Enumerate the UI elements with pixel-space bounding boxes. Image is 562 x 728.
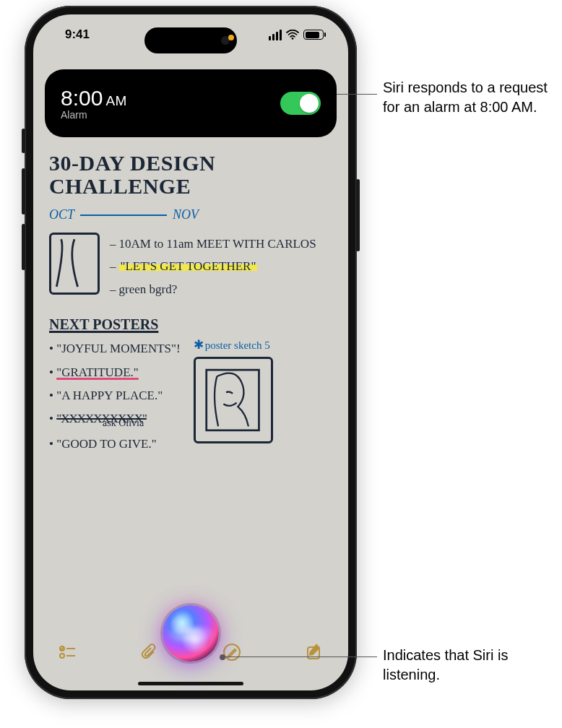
svg-point-4 <box>60 654 64 658</box>
home-indicator[interactable] <box>138 682 243 685</box>
timeline-end: NOV <box>173 207 199 222</box>
callout-bottom: Indicates that Siri is listening. <box>383 646 556 685</box>
timeline-line-icon <box>80 214 167 216</box>
note-bullet-1: –10AM to 11am MEET WITH CARLOS <box>110 233 316 255</box>
poster-item-1: • "JOYFUL MOMENTS"! <box>49 337 181 360</box>
volume-up-button <box>22 168 25 214</box>
sketch-box-1 <box>49 233 100 295</box>
note-title: 30-DAY DESIGN CHALLENGE <box>49 152 332 197</box>
alarm-time-value: 8:00 <box>61 86 103 110</box>
note-title-line2: CHALLENGE <box>49 175 332 198</box>
svg-point-0 <box>292 38 294 40</box>
cellular-icon <box>269 30 282 40</box>
note-bullet-2: –"LET'S GET TOGETHER" <box>110 255 316 277</box>
alarm-time: 8:00 AM <box>61 86 127 110</box>
note-bullet-3: –green bgrd? <box>110 278 316 300</box>
alarm-time-ampm: AM <box>105 93 127 109</box>
side-button <box>356 179 360 251</box>
timeline-start: OCT <box>49 207 74 222</box>
dynamic-island <box>144 27 237 53</box>
mute-switch <box>22 129 25 153</box>
wifi-icon <box>286 30 299 40</box>
volume-down-button <box>22 224 25 270</box>
poster-item-5: • "GOOD TO GIVE." <box>49 433 181 456</box>
microphone-indicator-dot <box>228 35 234 40</box>
alarm-toggle[interactable] <box>280 92 321 115</box>
siri-orb-icon[interactable] <box>163 605 219 662</box>
battery-icon <box>303 30 324 40</box>
attach-button[interactable] <box>139 641 160 663</box>
alarm-label: Alarm <box>61 109 127 121</box>
status-time: 9:41 <box>55 27 90 42</box>
notes-content[interactable]: 30-DAY DESIGN CHALLENGE OCT NOV –10AM to… <box>49 152 332 611</box>
note-ask-olivia: ask Olivia <box>103 414 181 433</box>
callout-top: Siri responds to a request for an alarm … <box>383 78 556 117</box>
compose-button[interactable] <box>303 641 325 663</box>
note-timeline: OCT NOV <box>49 207 332 222</box>
markup-button[interactable] <box>221 641 243 663</box>
poster-list: • "JOYFUL MOMENTS"! • "GRATITUDE." • "A … <box>49 337 181 456</box>
note-bullets: –10AM to 11am MEET WITH CARLOS –"LET'S G… <box>110 233 316 300</box>
star-icon: ✱ <box>194 338 204 352</box>
sketch-box-2 <box>194 357 273 443</box>
siri-alarm-banner[interactable]: 8:00 AM Alarm <box>45 69 337 137</box>
sketch-label: ✱poster sketch 5 <box>194 337 288 352</box>
checklist-button[interactable] <box>56 641 78 663</box>
next-posters-heading: NEXT POSTERS <box>49 316 332 333</box>
note-title-line1: 30-DAY DESIGN <box>49 152 332 175</box>
callout-leader-line <box>224 656 377 657</box>
screen: 9:41 8:00 AM Alarm <box>33 14 348 690</box>
iphone-frame: 9:41 8:00 AM Alarm <box>25 6 357 699</box>
poster-item-2: • "GRATITUDE." <box>49 361 181 384</box>
poster-item-3: • "A HAPPY PLACE." <box>49 384 181 407</box>
